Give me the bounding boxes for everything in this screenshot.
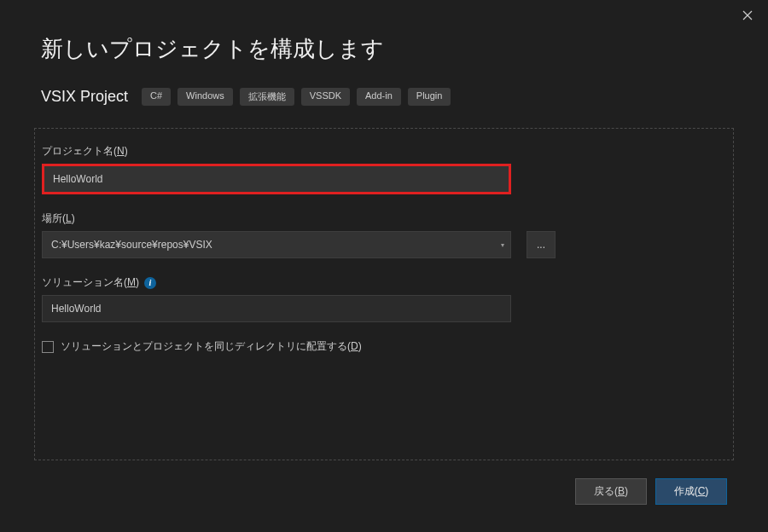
project-name-label: プロジェクト名(N) xyxy=(42,144,726,159)
browse-button[interactable]: ... xyxy=(527,231,556,258)
close-button[interactable] xyxy=(739,7,756,24)
form-area: プロジェクト名(N) 場所(L) ▾ ... ソリューション名(M) i xyxy=(34,128,734,460)
info-icon[interactable]: i xyxy=(144,277,156,289)
create-button[interactable]: 作成(C) xyxy=(655,478,727,505)
same-dir-checkbox[interactable] xyxy=(42,341,54,353)
footer-buttons: 戻る(B) 作成(C) xyxy=(575,478,727,505)
solution-name-label: ソリューション名(M) i xyxy=(42,275,726,290)
same-dir-row: ソリューションとプロジェクトを同じディレクトリに配置する(D) xyxy=(42,339,726,354)
project-name-group: プロジェクト名(N) xyxy=(42,144,726,194)
location-group: 場所(L) ▾ ... xyxy=(42,211,726,258)
project-name-input[interactable] xyxy=(44,166,509,192)
location-input[interactable] xyxy=(42,231,511,258)
tag: C# xyxy=(142,88,171,106)
project-name-highlight xyxy=(42,164,511,194)
project-type-name: VSIX Project xyxy=(41,88,128,106)
tag: Windows xyxy=(177,88,233,106)
tag-list: C# Windows 拡張機能 VSSDK Add-in Plugin xyxy=(142,88,451,106)
project-type-row: VSIX Project C# Windows 拡張機能 VSSDK Add-i… xyxy=(41,88,727,106)
solution-name-group: ソリューション名(M) i xyxy=(42,275,726,322)
location-dropdown[interactable]: ▾ xyxy=(42,231,511,258)
back-button[interactable]: 戻る(B) xyxy=(575,478,647,505)
page-title: 新しいプロジェクトを構成します xyxy=(41,34,727,64)
solution-name-input[interactable] xyxy=(42,295,511,322)
tag: 拡張機能 xyxy=(240,88,294,106)
tag: Add-in xyxy=(357,88,401,106)
location-label: 場所(L) xyxy=(42,211,726,226)
tag: Plugin xyxy=(408,88,451,106)
same-dir-label: ソリューションとプロジェクトを同じディレクトリに配置する(D) xyxy=(61,339,362,354)
tag: VSSDK xyxy=(301,88,350,106)
